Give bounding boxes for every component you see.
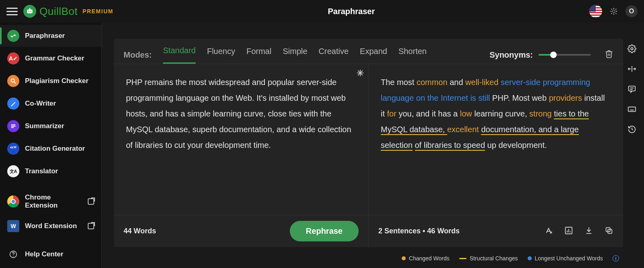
citation-icon: “” [7,143,19,155]
svg-rect-3 [29,8,30,10]
statistics-icon[interactable] [564,226,573,237]
sidebar-item-help-center[interactable]: Help Center [0,243,101,265]
tone-icon[interactable] [544,226,553,237]
svg-line-11 [611,13,612,14]
copy-icon[interactable] [605,226,613,237]
mode-creative[interactable]: Creative [319,47,349,63]
svg-point-19 [13,256,14,257]
menu-icon[interactable] [6,6,18,17]
freeze-words-icon[interactable] [356,66,364,82]
brand[interactable]: QuillBot PREMIUM [23,5,114,18]
mode-fluency[interactable]: Fluency [207,47,235,63]
mode-expand[interactable]: Expand [360,47,387,63]
sidebar-item-label: Grammar Checker [25,54,84,62]
page-title: Paraphraser [119,7,584,16]
sidebar-item-grammar-checker[interactable]: A✓ Grammar Checker [0,48,101,69]
legend-info-icon[interactable]: i [613,255,619,262]
brand-premium-badge: PREMIUM [83,8,114,15]
legend-changed: Changed Words [402,255,450,262]
paraphraser-panel: Modes: Standard Fluency Formal Simple Cr… [114,39,623,247]
output-pane[interactable]: The most common and well-liked server-si… [369,64,623,215]
brand-name: QuillBot [39,5,78,18]
feedback-icon[interactable] [627,85,636,95]
sidebar-item-word-extension[interactable]: W Word Extension [0,215,101,237]
sidebar-item-label: Paraphraser [25,32,65,40]
sidebar-item-label: Plagiarism Checker [25,77,89,85]
grammar-icon: A✓ [7,52,19,64]
legend-longest: Longest Unchanged Words [528,255,603,262]
svg-line-10 [616,13,617,14]
sidebar-item-label: Summarizer [25,122,64,130]
legend-struct: Structural Changes [459,255,518,262]
sidebar: Paraphraser A✓ Grammar Checker Plagiaris… [0,23,102,268]
output-text: The most common and well-liked server-si… [381,78,605,151]
sidebar-item-plagiarism-checker[interactable]: Plagiarism Checker [0,70,101,92]
status-row: 44 Words Rephrase 2 Sentences • 46 Words [114,215,623,247]
word-icon: W [7,220,19,232]
help-icon [7,248,19,260]
sidebar-item-label: Citation Generator [25,145,85,153]
external-link-icon [88,223,94,229]
svg-line-12 [616,9,617,10]
input-pane[interactable]: PHP remains the most widespread and popu… [114,64,369,215]
svg-point-2 [30,11,31,12]
sidebar-item-label: Word Extension [25,222,77,230]
svg-line-9 [611,9,612,10]
mode-formal[interactable]: Formal [246,47,271,63]
hotkeys-icon[interactable] [627,105,636,115]
sidebar-item-paraphraser[interactable]: Paraphraser [0,25,101,47]
brand-logo-icon [23,5,36,18]
sidebar-item-label: Help Center [25,250,63,258]
modes-row: Modes: Standard Fluency Formal Simple Cr… [114,39,623,64]
mode-shorten[interactable]: Shorten [398,47,427,63]
sidebar-item-chrome-extension[interactable]: Chrome Extension [0,189,101,214]
svg-rect-0 [27,10,32,13]
legend: Changed Words Structural Changes Longest… [114,247,623,263]
delete-icon[interactable] [605,50,613,60]
right-rail [623,39,641,263]
input-text: PHP remains the most widespread and popu… [126,78,351,150]
chrome-icon [7,195,19,208]
compare-icon[interactable] [627,64,636,75]
sidebar-item-translator[interactable]: 文A Translator [0,160,101,182]
sidebar-item-label: Co-Writer [25,100,56,108]
svg-point-1 [28,11,29,12]
translator-icon: 文A [7,165,19,177]
synonyms-slider[interactable] [539,54,591,56]
export-icon[interactable] [584,226,593,237]
svg-line-14 [14,82,16,83]
mode-standard[interactable]: Standard [163,46,196,64]
svg-rect-40 [628,107,636,112]
topbar: QuillBot PREMIUM Paraphraser O [0,0,644,23]
svg-point-4 [613,10,615,13]
sidebar-item-label: Translator [25,167,58,175]
svg-rect-37 [629,86,636,91]
synonyms-label: Synonyms: [489,50,533,60]
mode-simple[interactable]: Simple [283,47,307,63]
cowriter-icon [7,98,19,110]
sidebar-item-label: Chrome Extension [25,193,82,210]
modes-label: Modes: [124,50,152,60]
input-word-count: 44 Words [124,227,156,235]
summarizer-icon [7,120,19,132]
settings-icon[interactable] [627,44,636,55]
external-link-icon [88,198,94,205]
main: Modes: Standard Fluency Formal Simple Cr… [102,23,644,268]
plagiarism-icon [7,75,19,87]
account-avatar[interactable]: O [625,5,638,17]
theme-toggle-icon[interactable] [608,5,620,17]
svg-point-13 [11,79,14,82]
svg-point-33 [631,48,633,50]
paraphraser-icon [7,30,19,42]
sidebar-item-co-writer[interactable]: Co-Writer [0,93,101,114]
history-icon[interactable] [627,125,636,135]
output-stats: 2 Sentences • 46 Words [378,227,460,235]
sidebar-item-contact-us[interactable]: Contact Us [0,266,101,268]
sidebar-item-summarizer[interactable]: Summarizer [0,115,101,137]
language-flag-icon[interactable] [589,5,602,18]
rephrase-button[interactable]: Rephrase [290,221,359,241]
sidebar-item-citation-generator[interactable]: “” Citation Generator [0,138,101,160]
